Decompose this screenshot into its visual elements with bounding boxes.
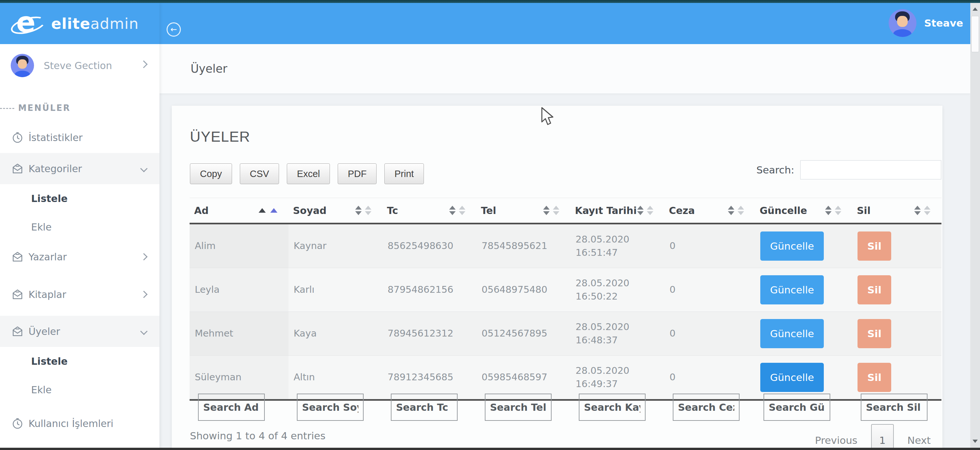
sidebar-item-istatistikler[interactable]: İstatistikler: [0, 122, 159, 153]
cell-ceza: 0: [664, 356, 755, 400]
delete-button[interactable]: Sil: [858, 319, 891, 348]
scrollbar-thumb[interactable]: [971, 16, 979, 52]
sort-icon: [825, 206, 841, 215]
filter-input-ad[interactable]: [198, 394, 265, 421]
table-row: Leyla Karlı 87954862156 05648975480 28.0…: [189, 268, 942, 312]
inbox-icon: [11, 162, 24, 175]
user-avatar: [889, 9, 916, 37]
brand-logo-icon: e: [12, 9, 41, 38]
update-button[interactable]: Güncelle: [760, 363, 824, 392]
sort-icon: [543, 206, 559, 215]
inbox-icon: [11, 325, 24, 338]
cell-guncelle: Güncelle: [755, 268, 852, 312]
sidebar-item-yazarlar[interactable]: Yazarlar: [0, 241, 159, 272]
column-header-guncelle[interactable]: Güncelle: [755, 198, 852, 224]
filter-input-kayit-tarihi[interactable]: [579, 394, 646, 421]
table-search: Search:: [756, 160, 942, 180]
cell-ceza: 0: [664, 224, 755, 268]
column-header-tc[interactable]: Tc: [382, 198, 476, 224]
cell-ad: Alim: [189, 224, 288, 268]
topbar: ← Steave: [159, 3, 970, 44]
cell-soyad: Karlı: [288, 268, 382, 312]
pdf-button[interactable]: PDF: [338, 163, 377, 184]
chevron-right-icon: [140, 253, 148, 261]
cell-ad: Süleyman: [189, 356, 288, 400]
table-row: Alim Kaynar 85625498630 78545895621 28.0…: [189, 224, 942, 268]
delete-button[interactable]: Sil: [858, 275, 891, 305]
members-panel: ÜYELER Copy CSV Excel PDF Print Search: …: [172, 106, 942, 450]
csv-button[interactable]: CSV: [240, 163, 279, 184]
column-header-ad[interactable]: Ad: [189, 198, 288, 224]
sidebar-toggle-button[interactable]: ←: [167, 22, 181, 37]
sidebar-item-uyeler[interactable]: Üyeler: [0, 316, 159, 347]
cell-soyad: Kaya: [288, 312, 382, 356]
members-table-zone: Ad Soyad Tc: [189, 198, 942, 401]
topbar-user-menu[interactable]: Steave: [889, 9, 963, 37]
sidebar-user[interactable]: Steve Gection: [0, 44, 159, 86]
filter-input-soyad[interactable]: [297, 394, 364, 421]
cell-ad: Leyla: [189, 268, 288, 312]
window-bottom-strip: [0, 448, 980, 450]
sidebar-item-label: Yazarlar: [29, 251, 67, 263]
sidebar-user-name: Steve Gection: [44, 60, 112, 71]
column-header-soyad[interactable]: Soyad: [288, 198, 382, 224]
update-button[interactable]: Güncelle: [760, 275, 824, 305]
excel-button[interactable]: Excel: [287, 163, 330, 184]
sidebar-item-kitaplar[interactable]: Kitaplar: [0, 279, 159, 310]
scroll-up-button[interactable]: [970, 3, 980, 14]
sidebar-subitem-uyeler-listele[interactable]: Listele: [0, 347, 159, 375]
cell-tc: 78945612312: [382, 312, 476, 356]
scrollbar-track[interactable]: [970, 3, 980, 450]
members-table: Ad Soyad Tc: [189, 198, 942, 401]
filter-input-guncelle[interactable]: [764, 394, 830, 421]
filter-input-ceza[interactable]: [673, 394, 740, 421]
cell-guncelle: Güncelle: [755, 224, 852, 268]
column-header-tel[interactable]: Tel: [476, 198, 570, 224]
page-number-button[interactable]: 1: [871, 424, 894, 450]
column-header-kayit-tarihi[interactable]: Kayıt Tarihi: [570, 198, 664, 224]
table-row: Süleyman Altın 78912345685 05985468597 2…: [189, 356, 942, 400]
sort-icon: [449, 206, 465, 215]
copy-button[interactable]: Copy: [190, 163, 232, 184]
update-button[interactable]: Güncelle: [760, 231, 824, 261]
column-header-sil[interactable]: Sil: [852, 198, 942, 224]
window-top-strip: [0, 0, 980, 3]
delete-button[interactable]: Sil: [858, 231, 891, 261]
column-header-ceza[interactable]: Ceza: [664, 198, 755, 224]
cell-guncelle: Güncelle: [755, 312, 852, 356]
next-button[interactable]: Next: [907, 434, 931, 446]
chevron-down-icon: [140, 165, 148, 172]
search-input[interactable]: [800, 160, 942, 180]
brand-logo[interactable]: e eliteadmin: [0, 3, 159, 44]
chevron-right-icon: [140, 291, 148, 298]
filter-input-sil[interactable]: [861, 394, 928, 421]
panel-title: ÜYELER: [190, 128, 250, 145]
delete-button[interactable]: Sil: [858, 363, 891, 392]
cell-soyad: Kaynar: [288, 224, 382, 268]
previous-button[interactable]: Previous: [815, 434, 858, 446]
cell-tel: 05648975480: [476, 268, 570, 312]
cell-ceza: 0: [664, 268, 755, 312]
chevron-down-icon: [140, 328, 148, 335]
sidebar-item-kategoriler[interactable]: Kategoriler: [0, 153, 159, 184]
cell-sil: Sil: [852, 312, 942, 356]
sort-icon: [728, 206, 744, 215]
sidebar-subitem-kategoriler-ekle[interactable]: Ekle: [0, 213, 159, 241]
table-info: Showing 1 to 4 of 4 entries: [190, 430, 325, 442]
sidebar-item-kullanici-islemleri[interactable]: Kullanıcı İşlemleri: [0, 408, 159, 439]
sidebar: e eliteadmin Steve Gection MENÜLER İstat…: [0, 3, 159, 450]
sidebar-subitem-uyeler-ekle[interactable]: Ekle: [0, 375, 159, 404]
sidebar-item-label: Kullanıcı İşlemleri: [29, 418, 113, 429]
cell-ceza: 0: [664, 312, 755, 356]
filter-input-tel[interactable]: [485, 394, 552, 421]
sort-icon: [637, 206, 653, 215]
update-button[interactable]: Güncelle: [760, 319, 824, 348]
cell-tel: 78545895621: [476, 224, 570, 268]
scroll-down-button[interactable]: [970, 436, 980, 447]
sidebar-subitem-kategoriler-listele[interactable]: Listele: [0, 184, 159, 213]
filter-input-tc[interactable]: [391, 394, 458, 421]
cell-tel: 05124567895: [476, 312, 570, 356]
print-button[interactable]: Print: [384, 163, 424, 184]
inbox-icon: [11, 250, 24, 263]
cell-kayit-tarihi: 28.05.2020 16:50:22: [570, 268, 664, 312]
